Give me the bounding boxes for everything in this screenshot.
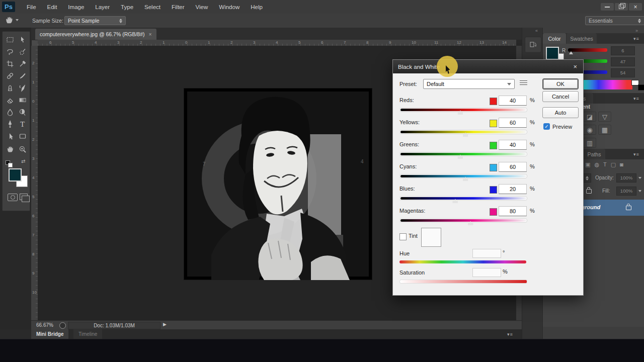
tint-checkbox[interactable] xyxy=(399,233,407,240)
gradient-tool[interactable] xyxy=(16,94,29,106)
menu-item-edit[interactable]: Edit xyxy=(42,2,63,12)
close-tab-icon[interactable]: × xyxy=(149,31,152,37)
foreground-color-swatch[interactable] xyxy=(9,168,22,182)
zoom-tool[interactable] xyxy=(16,143,29,155)
panel-menu-icon[interactable]: ▾≡ xyxy=(507,332,513,337)
restore-button[interactable] xyxy=(615,3,628,11)
menu-item-layer[interactable]: Layer xyxy=(90,2,115,12)
tab-paths[interactable]: Paths xyxy=(583,149,605,159)
menu-item-window[interactable]: Window xyxy=(213,2,245,12)
red-value[interactable]: 6 xyxy=(611,46,635,55)
tab-color[interactable]: Color xyxy=(543,33,566,44)
healing-brush-tool[interactable] xyxy=(4,70,16,82)
menu-item-image[interactable]: Image xyxy=(62,2,90,12)
hand-tool[interactable] xyxy=(4,143,16,155)
workspace-dropdown[interactable]: Essentials xyxy=(585,16,644,25)
close-window-button[interactable]: × xyxy=(629,3,642,11)
channel-value-input[interactable]: 40 xyxy=(499,96,527,106)
black-chip[interactable] xyxy=(638,84,644,90)
channel-value-input[interactable]: 80 xyxy=(499,206,527,216)
saturation-slider[interactable] xyxy=(399,280,527,284)
preset-options-icon[interactable] xyxy=(520,80,527,86)
shape-tool[interactable] xyxy=(16,130,29,142)
channel-slider[interactable] xyxy=(399,218,527,223)
channel-value-input[interactable]: 60 xyxy=(499,118,527,128)
quick-mask-button[interactable] xyxy=(8,194,18,201)
tab-timeline[interactable]: Timeline xyxy=(73,329,102,339)
channel-value-input[interactable]: 40 xyxy=(499,140,527,150)
layer-filter-icons[interactable]: ▣◍T▢◙ xyxy=(585,161,627,168)
menu-item-help[interactable]: Help xyxy=(245,2,268,12)
hue-slider[interactable] xyxy=(399,260,526,263)
tab-swatches[interactable]: Swatches xyxy=(567,33,597,44)
foreground-color-chip[interactable] xyxy=(546,47,559,60)
dialog-close-icon[interactable]: × xyxy=(573,63,577,70)
adjustment-color-balance-icon[interactable]: ◉ xyxy=(583,125,596,135)
channel-slider[interactable] xyxy=(399,108,527,112)
channel-slider[interactable] xyxy=(399,174,527,178)
status-play-icon[interactable]: ▶ xyxy=(163,322,167,327)
preset-dropdown[interactable]: Default xyxy=(423,79,515,89)
saturation-value-input[interactable] xyxy=(472,268,501,277)
minimize-button[interactable] xyxy=(601,3,614,11)
eraser-tool[interactable] xyxy=(4,94,16,106)
quick-selection-tool[interactable] xyxy=(16,46,29,58)
channel-slider[interactable] xyxy=(399,130,527,134)
zoom-level[interactable]: 66.67% xyxy=(36,322,53,328)
type-tool[interactable]: T xyxy=(16,118,29,130)
menu-item-select[interactable]: Select xyxy=(139,2,166,12)
tab-mini-bridge[interactable]: Mini Bridge xyxy=(31,329,68,339)
chevron-down-icon[interactable] xyxy=(638,190,641,192)
tool-preset-picker[interactable] xyxy=(4,16,19,25)
lock-icon[interactable] xyxy=(586,189,592,194)
swap-colors-icon[interactable]: ⇄ xyxy=(21,158,25,164)
adjustment-black-white-icon[interactable]: ▦ xyxy=(598,125,611,135)
expand-dock-icon[interactable]: « xyxy=(535,28,538,33)
panel-menu-icon[interactable]: ▾≡ xyxy=(633,36,639,41)
dialog-title-bar[interactable]: Black and White × xyxy=(393,60,583,73)
channel-value-input[interactable]: 60 xyxy=(499,162,527,172)
crop-tool[interactable] xyxy=(4,58,16,70)
ok-button[interactable]: OK xyxy=(542,78,579,89)
lasso-tool[interactable] xyxy=(4,46,16,58)
document-size-field[interactable]: Doc: 1.03M/1.03M xyxy=(68,322,160,329)
red-slider[interactable] xyxy=(568,48,607,52)
channel-slider[interactable] xyxy=(399,152,527,156)
history-panel-button[interactable] xyxy=(525,37,541,53)
menu-item-file[interactable]: File xyxy=(21,2,42,12)
blur-tool[interactable] xyxy=(4,106,16,118)
red-slider-thumb[interactable] xyxy=(569,51,573,54)
screen-mode-button[interactable] xyxy=(20,194,28,200)
menu-item-type[interactable]: Type xyxy=(115,2,139,12)
opacity-value[interactable]: 100% xyxy=(616,173,636,183)
eyedropper-tool[interactable] xyxy=(16,58,29,70)
move-tool[interactable] xyxy=(16,34,29,46)
green-value[interactable]: 47 xyxy=(611,57,635,66)
menu-item-view[interactable]: View xyxy=(190,2,214,12)
collapse-dock-icon[interactable]: » xyxy=(635,28,638,33)
brush-tool[interactable] xyxy=(16,70,29,82)
document-tab[interactable]: computereverywhere.jpg @ 66.7% (RGB/8#) … xyxy=(35,29,156,40)
adjustment-curves-icon[interactable]: ◪ xyxy=(583,112,596,122)
channel-slider[interactable] xyxy=(399,196,527,201)
blend-mode-dropdown[interactable] xyxy=(583,173,591,183)
channel-value-input[interactable]: 20 xyxy=(499,184,527,194)
canvas-image[interactable]: 7 4 xyxy=(184,88,372,280)
ruler-vertical[interactable]: 21012345678910 xyxy=(31,46,38,320)
clone-stamp-tool[interactable] xyxy=(4,82,16,94)
menu-item-filter[interactable]: Filter xyxy=(166,2,190,12)
fill-value[interactable]: 100% xyxy=(616,187,636,196)
path-selection-tool[interactable] xyxy=(4,130,16,142)
chevron-down-icon[interactable] xyxy=(638,177,641,179)
hue-value-input[interactable] xyxy=(472,249,501,258)
pen-tool[interactable] xyxy=(4,118,16,130)
tint-color-swatch[interactable] xyxy=(421,228,441,247)
sample-size-dropdown[interactable]: Point Sample xyxy=(64,16,126,25)
panel-menu-icon[interactable]: ▾≡ xyxy=(633,152,639,157)
panel-menu-icon[interactable]: ▾≡ xyxy=(633,96,639,101)
rectangular-marquee-tool[interactable] xyxy=(4,34,16,46)
history-brush-tool[interactable] xyxy=(16,82,29,94)
blue-value[interactable]: 54 xyxy=(611,68,635,77)
adjustment-lookup-icon[interactable]: ▥ xyxy=(583,138,596,148)
default-colors-icon[interactable] xyxy=(6,160,10,165)
